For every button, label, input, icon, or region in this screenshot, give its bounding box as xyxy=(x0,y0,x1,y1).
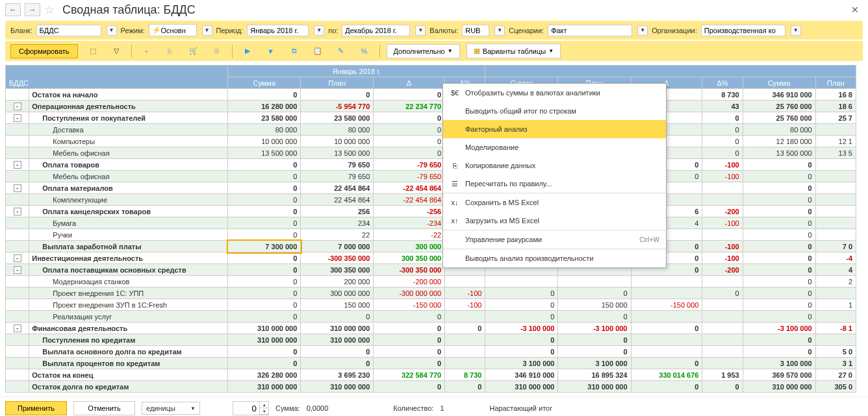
tree-expand[interactable]: - xyxy=(6,101,29,112)
row-name[interactable]: Финансовая деятельность xyxy=(29,323,228,334)
cell[interactable]: 0 xyxy=(702,381,743,393)
row-name[interactable]: Операционная деятельность xyxy=(29,101,228,112)
cell[interactable]: 16 280 000 xyxy=(228,101,301,112)
cell[interactable]: 0 xyxy=(301,89,374,101)
cell[interactable]: 13 500 000 xyxy=(301,147,374,159)
cell[interactable]: -100 xyxy=(445,288,485,299)
cell[interactable]: 234 xyxy=(301,217,374,229)
cell[interactable]: 0 xyxy=(228,299,301,311)
row-name[interactable]: Ручки xyxy=(29,229,228,241)
cell[interactable]: 0 xyxy=(374,358,445,369)
cell[interactable]: 7 300 000 xyxy=(228,241,301,252)
cell[interactable]: 18 6 xyxy=(815,101,856,112)
cell[interactable]: 310 000 000 xyxy=(228,323,301,334)
cell[interactable] xyxy=(815,288,856,299)
tree-expand[interactable] xyxy=(6,147,29,159)
tree-expand[interactable] xyxy=(6,217,29,229)
cell[interactable]: 0 xyxy=(301,358,374,369)
cell[interactable]: 0 xyxy=(743,241,815,252)
cell[interactable]: 346 910 000 xyxy=(743,89,815,101)
to-input[interactable] xyxy=(345,27,407,34)
row-name[interactable]: Остаток на конец xyxy=(29,369,228,381)
row-name[interactable]: Реализация услуг xyxy=(29,311,228,323)
cell[interactable]: -22 454 864 xyxy=(374,182,445,194)
cell[interactable]: 0 xyxy=(558,311,631,323)
menu-item[interactable]: ⎘Копирование данных xyxy=(443,156,666,175)
scenario-input[interactable] xyxy=(551,27,629,34)
cell[interactable] xyxy=(631,311,702,323)
tree-expand[interactable] xyxy=(6,124,29,136)
cell[interactable]: 25 760 000 xyxy=(743,112,815,124)
cell[interactable]: 0 xyxy=(374,346,445,358)
row-name[interactable]: Оплата материалов xyxy=(29,182,228,194)
currency-input[interactable] xyxy=(465,27,486,34)
cell[interactable]: -200 xyxy=(702,264,743,276)
cell[interactable]: 13 5 xyxy=(815,147,856,159)
menu-item[interactable]: Выводить общий итог по строкам xyxy=(443,102,666,120)
cell[interactable]: 150 000 xyxy=(301,299,374,311)
cell[interactable] xyxy=(631,276,702,288)
row-name[interactable]: Поступления от покупателей xyxy=(29,112,228,124)
cell[interactable]: 200 000 xyxy=(301,276,374,288)
tree-expand[interactable]: - xyxy=(6,323,29,334)
cell[interactable]: 25 760 000 xyxy=(743,101,815,112)
cell[interactable]: 16 895 324 xyxy=(558,369,631,381)
cell[interactable] xyxy=(702,358,743,369)
menu-item[interactable]: Выводить анализ производительности xyxy=(443,249,666,267)
cell[interactable]: 22 454 864 xyxy=(301,182,374,194)
cell[interactable] xyxy=(485,276,558,288)
cell[interactable]: 0 xyxy=(743,264,815,276)
cell[interactable]: 3 100 000 xyxy=(485,358,558,369)
period-dd[interactable]: ▼ xyxy=(314,25,324,36)
cell[interactable]: 25 7 xyxy=(815,112,856,124)
cell[interactable]: 310 000 000 xyxy=(228,334,301,346)
cell[interactable]: 0 xyxy=(374,124,445,136)
cell[interactable]: 0 xyxy=(228,346,301,358)
cell[interactable]: 0 xyxy=(743,252,815,264)
funnel-icon[interactable]: ▽ xyxy=(108,44,125,58)
cube-icon[interactable]: ⬚ xyxy=(84,44,101,58)
cell[interactable]: 3 100 000 xyxy=(558,358,631,369)
period-input[interactable] xyxy=(250,27,305,34)
cell[interactable]: 0 xyxy=(702,136,743,147)
cell[interactable]: -4 xyxy=(815,252,856,264)
star-icon[interactable]: ☆ xyxy=(44,3,55,17)
cell[interactable]: 1 953 xyxy=(702,369,743,381)
cell[interactable]: 0 xyxy=(228,182,301,194)
cell[interactable]: 16 8 xyxy=(815,89,856,101)
cell[interactable]: 0 xyxy=(228,276,301,288)
back-button[interactable]: ← xyxy=(5,3,21,16)
cell[interactable]: 4 xyxy=(815,264,856,276)
cell[interactable]: 0 xyxy=(485,334,558,346)
cell[interactable]: 80 000 xyxy=(228,124,301,136)
cell[interactable]: 2 xyxy=(815,276,856,288)
form-button[interactable]: Сформировать xyxy=(10,44,78,58)
row-name[interactable]: Проект внедрения 1С: УПП xyxy=(29,288,228,299)
cell[interactable]: 0 xyxy=(228,229,301,241)
cell[interactable]: 0 xyxy=(743,299,815,311)
next-icon[interactable]: ▶ xyxy=(239,44,256,58)
cell[interactable] xyxy=(815,159,856,171)
cell[interactable]: 0 xyxy=(228,252,301,264)
cell[interactable]: 0 xyxy=(374,89,445,101)
cell[interactable] xyxy=(631,288,702,299)
tree-expand[interactable] xyxy=(6,194,29,206)
tree-expand[interactable] xyxy=(6,241,29,252)
row-name[interactable]: Выплата процентов по кредитам xyxy=(29,358,228,369)
cell[interactable]: 0 xyxy=(743,159,815,171)
cell[interactable] xyxy=(702,346,743,358)
delete-icon[interactable]: ⊘ xyxy=(209,44,225,58)
cell[interactable]: 7 000 000 xyxy=(301,241,374,252)
cell[interactable]: -300 000 000 xyxy=(374,288,445,299)
cell[interactable]: 0 xyxy=(374,334,445,346)
cell[interactable]: 0 xyxy=(485,299,558,311)
row-name[interactable]: Оплата поставщикам основных средств xyxy=(29,264,228,276)
menu-item[interactable]: Моделирование xyxy=(443,138,666,156)
cell[interactable] xyxy=(558,276,631,288)
menu-item[interactable]: x↓Сохранить в MS Excel xyxy=(443,193,666,212)
cell[interactable]: 310 000 000 xyxy=(228,381,301,393)
cell[interactable]: 310 000 000 xyxy=(743,381,815,393)
tree-expand[interactable] xyxy=(6,171,29,182)
cell[interactable]: 0 xyxy=(228,288,301,299)
cell[interactable]: -22 454 864 xyxy=(374,194,445,206)
